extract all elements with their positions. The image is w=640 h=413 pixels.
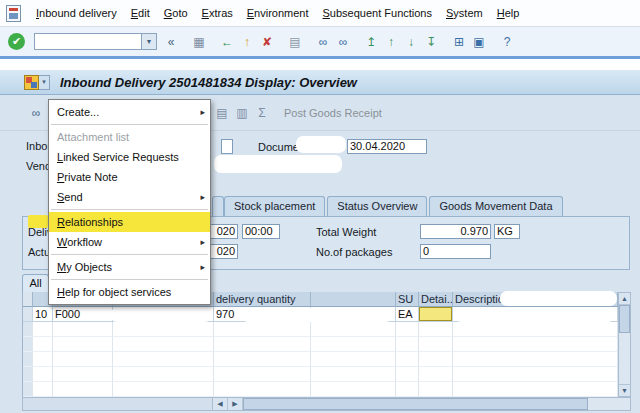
menubar-item-system[interactable]: System [439,5,490,21]
empty-cell [33,352,53,367]
menubar-item-extras[interactable]: Extras [195,5,240,21]
gos-dropdown-icon[interactable]: ▾ [39,75,50,90]
scroll-up-icon[interactable]: ▲ [619,293,630,305]
highlight-marker [28,215,48,228]
help-icon[interactable]: ? [497,32,517,51]
prev-page-icon[interactable]: ↑ [381,32,401,51]
scroll-left-icon[interactable]: ◀ [213,398,228,410]
shortcut-icon[interactable]: ▣ [469,32,489,51]
find-next-icon[interactable]: ∞ [333,32,353,51]
empty-cell [113,382,214,397]
context-menu-item-workflow[interactable]: Workflow▸ [49,232,210,252]
context-menu-item-create[interactable]: Create...▸ [49,102,210,122]
scroll-right-icon[interactable]: ▶ [228,398,243,410]
menubar-item-subsequent-functions[interactable]: Subsequent Functions [316,5,439,21]
column-header-quantity[interactable]: delivery quantity [214,292,311,307]
column-header-col6[interactable] [311,292,396,307]
context-menu-item-help-for-object-services[interactable]: Help for object services [49,282,210,302]
submenu-arrow-icon: ▸ [200,262,205,272]
vscroll-thumb[interactable] [619,305,630,333]
context-menu-item-private-note[interactable]: Private Note [49,167,210,187]
hscroll-track[interactable] [243,398,630,410]
horizontal-scrollbar[interactable]: ◀ ▶ [22,397,631,411]
detail-cell[interactable] [419,307,453,322]
menubar-item-inbound-delivery[interactable]: Inbound delivery [29,5,124,21]
column-header-su[interactable]: SU [396,292,419,307]
menu-item-label: Help for object services [57,286,171,298]
post-goods-receipt-button[interactable]: Post Goods Receipt [284,107,382,119]
find-icon[interactable]: ∞ [313,32,333,51]
packages-field[interactable]: 0 [420,244,491,259]
items-detail-icon[interactable]: ▤ [212,103,232,122]
menu-item-label: Workflow [57,236,102,248]
table-empty-row [23,322,618,337]
hscroll-thumb[interactable] [243,398,588,410]
cell-selector [23,307,33,322]
tab-stock-placement[interactable]: Stock placement [224,196,325,216]
unload-icon[interactable]: ▥ [232,103,252,122]
last-page-icon[interactable]: ↧ [421,32,441,51]
redaction [241,308,393,322]
submenu-arrow-icon: ▸ [200,237,205,247]
exit-icon[interactable]: ↑ [237,32,257,51]
tab-status-overview[interactable]: Status Overview [327,196,427,216]
print-icon[interactable]: ▤ [285,32,305,51]
hscroll-fixed-area [23,398,213,410]
empty-cell [113,322,214,337]
back-icon[interactable]: ← [217,32,237,51]
tab-goods-movement-data[interactable]: Goods Movement Data [429,196,562,216]
sum-icon[interactable]: Σ [252,103,272,122]
system-toolbar: ✔ ▼ «▦←↑✘▤∞∞↥↑↓↧⊞▣? [0,27,640,56]
context-menu-item-relationships[interactable]: Relationships [49,212,210,232]
document-date-field[interactable]: 30.04.2020 [347,139,427,154]
scroll-down-icon[interactable]: ▼ [619,384,630,396]
empty-cell [453,352,618,367]
vertical-scrollbar[interactable]: ▲ ▼ [618,292,631,397]
column-header-selector[interactable] [23,292,33,307]
context-menu-item-send[interactable]: Send▸ [49,187,210,207]
empty-cell [214,367,311,382]
empty-cell [311,382,396,397]
menu-item-label: Create... [57,106,99,118]
column-header-detail[interactable]: Detai... [419,292,453,307]
empty-cell [311,367,396,382]
empty-cell [33,337,53,352]
enter-icon[interactable]: ✔ [8,33,25,50]
weight-unit-field[interactable]: KG [494,224,520,239]
display-glasses-icon[interactable]: ∞ [26,103,46,122]
submenu-arrow-icon: ▸ [200,192,205,202]
menubar-item-help[interactable]: Help [490,5,527,21]
command-dropdown-icon[interactable]: ▼ [142,33,157,50]
item-view-tab-all[interactable]: All [22,274,49,292]
menu-item-label: Relationships [57,216,123,228]
empty-cell [53,352,113,367]
small-box-field[interactable] [221,139,233,154]
table-empty-row [23,367,618,382]
empty-cell [214,337,311,352]
redaction [214,155,342,173]
cell-item: 10 [33,307,53,322]
cancel-icon[interactable]: ✘ [257,32,277,51]
tab-partial[interactable] [212,196,224,216]
total-weight-field[interactable]: 0.970 [420,224,491,239]
new-session-icon[interactable]: ⊞ [449,32,469,51]
command-field[interactable] [34,33,142,50]
save-icon[interactable]: ▦ [189,32,209,51]
title-bar: ▾ Inbound Delivery 2501481834 Display: O… [0,70,640,95]
context-menu-item-linked-service-requests[interactable]: Linked Service Requests [49,147,210,167]
tab-strip: Stock placementStatus OverviewGoods Move… [224,196,563,216]
menubar-item-edit[interactable]: Edit [124,5,157,21]
menu-item-label: My Objects [57,261,112,273]
first-page-icon[interactable]: ↥ [361,32,381,51]
empty-cell [214,322,311,337]
context-menu-item-my-objects[interactable]: My Objects▸ [49,257,210,277]
empty-cell [419,337,453,352]
empty-cell [214,382,311,397]
next-page-icon[interactable]: ↓ [401,32,421,51]
menubar-item-goto[interactable]: Goto [157,5,195,21]
menubar-item-environment[interactable]: Environment [240,5,316,21]
delivery-time-field[interactable]: 00:00 [242,224,280,239]
services-for-object-button[interactable]: ▾ [24,75,50,90]
empty-cell [23,322,33,337]
collapse-icon[interactable]: « [161,32,181,51]
